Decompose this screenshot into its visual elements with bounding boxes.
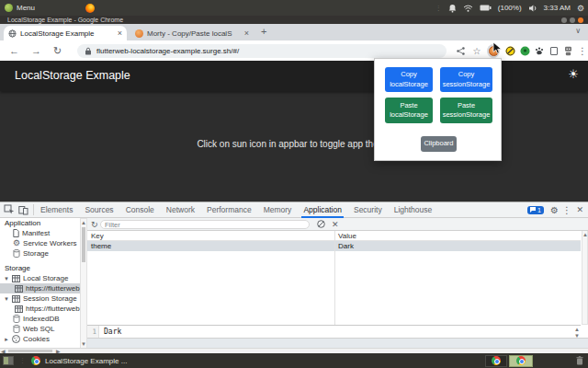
paste-sessionstorage-button[interactable]: Paste sessionStorage — [440, 98, 492, 123]
sidebar-item-session-origin[interactable]: https://flutterweb-locals — [0, 304, 80, 314]
key-column-header[interactable]: Key — [91, 231, 104, 241]
address-bar[interactable]: flutterweb-localstorage-example.surge.sh… — [77, 44, 447, 58]
panel-scrollbar[interactable]: ▲ — [582, 231, 588, 325]
reload-button[interactable]: ↻ — [53, 40, 62, 61]
menu-button[interactable]: Menu — [0, 4, 35, 12]
system-menubar: Menu ⋮ (100%) 3:33 AM ⚙ — [0, 0, 588, 16]
value-column-header[interactable]: Value — [338, 231, 356, 241]
copy-localstorage-button[interactable]: Copy localStorage — [385, 67, 433, 92]
url-text: flutterweb-localstorage-example.surge.sh… — [96, 47, 239, 55]
button-label: localStorage — [390, 80, 428, 89]
devtools-menu-icon[interactable]: ⋮ — [562, 205, 571, 215]
devtools-settings-icon[interactable]: ⚙ — [550, 205, 559, 215]
profile-avatar-icon[interactable] — [561, 40, 574, 61]
window-titlebar[interactable]: LocalStorage Example - Google Chrome — [0, 16, 588, 24]
item-label: https://flutterweb-locals — [26, 283, 80, 293]
tab-search-chevron-icon[interactable]: ∨ — [575, 27, 581, 35]
chrome-launcher-button-active[interactable] — [509, 355, 533, 367]
expand-caret-icon[interactable]: ▾ — [4, 293, 9, 304]
sidebar-item-indexeddb[interactable]: IndexedDB — [0, 314, 80, 324]
devtools-tab-network[interactable]: Network — [164, 202, 197, 218]
devtools-tab-application[interactable]: Application — [301, 202, 344, 218]
filter-input[interactable] — [100, 220, 310, 229]
close-button[interactable] — [578, 17, 583, 23]
green-extension-icon[interactable] — [518, 40, 531, 61]
scroll-down-icon[interactable]: ▼ — [81, 341, 86, 347]
sidebar-item-session-storage[interactable]: ▾ Session Storage — [0, 293, 80, 304]
item-label: https://flutterweb-locals — [26, 304, 80, 314]
workspace-pager[interactable] — [3, 356, 14, 365]
trash-icon[interactable] — [576, 356, 583, 365]
chrome-launcher-button[interactable] — [485, 355, 507, 367]
cookie-icon — [12, 335, 20, 343]
file-icon — [13, 229, 19, 237]
sidebar-section-application: Application — [0, 218, 80, 228]
table-grid-icon — [15, 285, 23, 293]
expand-caret-icon[interactable]: ▾ — [4, 273, 9, 283]
sidebar-scrollbar[interactable]: ▲ ▼ — [80, 218, 87, 349]
sidebar-item-manifest[interactable]: Manifest — [0, 228, 80, 238]
sidebar-item-local-storage[interactable]: ▾ Local Storage — [0, 273, 80, 283]
chrome-menu-icon[interactable]: ⋮ — [576, 40, 588, 61]
minimize-button[interactable] — [561, 17, 567, 23]
devtools-tab-sources[interactable]: Sources — [83, 202, 115, 218]
tab-localstorage-example[interactable]: LocalStorage Example × — [4, 26, 127, 40]
database-icon — [13, 315, 20, 323]
taskbar-window-button[interactable]: LocalStorage Example ... — [31, 356, 127, 365]
settings-gear-icon[interactable]: ⚙ — [577, 4, 584, 13]
extension-popup: Copy localStorage Copy sessionStorage Pa… — [374, 58, 502, 161]
refresh-icon[interactable]: ↻ — [91, 220, 98, 229]
inspect-element-icon[interactable] — [4, 204, 15, 215]
devtools-tab-console[interactable]: Console — [124, 202, 156, 218]
issues-badge[interactable]: 1 — [527, 206, 544, 214]
device-toolbar-icon[interactable] — [18, 205, 28, 215]
copy-sessionstorage-button[interactable]: Copy sessionStorage — [440, 67, 492, 92]
collapsed-caret-icon[interactable]: ▸ — [4, 334, 9, 344]
tab-close-icon[interactable]: × — [118, 29, 122, 38]
item-label: Local Storage — [23, 273, 68, 283]
delete-selected-icon[interactable]: ✕ — [332, 220, 339, 229]
tab-title: LocalStorage Example — [20, 29, 114, 38]
paw-extension-icon[interactable] — [533, 40, 546, 61]
reading-list-icon[interactable] — [548, 40, 560, 61]
button-label: sessionStorage — [443, 110, 491, 120]
volume-icon[interactable] — [528, 5, 537, 12]
clipboard-button[interactable]: Clipboard — [421, 136, 457, 152]
devtools: Elements Sources Console Network Perform… — [0, 201, 588, 348]
battery-percent: (100%) — [498, 4, 522, 12]
notification-bell-icon[interactable] — [448, 4, 457, 13]
sidebar-item-storage[interactable]: Storage — [0, 248, 80, 259]
clear-all-icon[interactable] — [317, 220, 325, 228]
row-value: Dark — [338, 241, 354, 251]
sidebar-item-local-origin-selected[interactable]: https://flutterweb-locals — [0, 283, 80, 293]
scroll-up-icon[interactable]: ▲ — [81, 220, 86, 225]
table-grid-icon — [15, 305, 23, 313]
maximize-button[interactable] — [570, 17, 575, 23]
sidebar-item-web-sql[interactable]: Web SQL — [0, 324, 80, 334]
devtools-tab-memory[interactable]: Memory — [262, 202, 294, 218]
tab-close-icon[interactable]: × — [244, 29, 249, 38]
devtools-tab-elements[interactable]: Elements — [39, 202, 74, 218]
scroll-up-icon[interactable]: ▲ — [582, 232, 587, 237]
preview-value: Dark — [104, 328, 121, 336]
back-button[interactable]: ← — [9, 40, 19, 61]
sidebar-item-cookies[interactable]: ▸ Cookies — [0, 334, 80, 344]
devtools-close-icon[interactable]: ✕ — [576, 205, 583, 214]
sidebar-item-service-workers[interactable]: ⚙ Service Workers — [0, 238, 80, 248]
scrollbar-thumb[interactable] — [82, 227, 85, 262]
battery-icon[interactable] — [480, 5, 492, 11]
tab-morty[interactable]: Morty - Copy/Paste localS × — [130, 26, 254, 40]
devtools-tab-performance[interactable]: Performance — [205, 202, 254, 218]
wifi-icon[interactable] — [463, 5, 473, 12]
firefox-launcher-icon[interactable] — [85, 4, 95, 13]
column-divider[interactable] — [334, 231, 335, 325]
paste-localstorage-button[interactable]: Paste localStorage — [385, 98, 433, 123]
forward-button[interactable]: → — [31, 40, 41, 61]
sidebar-section-storage: Storage — [0, 263, 80, 273]
scrollbar-thumb[interactable] — [8, 350, 52, 352]
devtools-tab-lighthouse[interactable]: Lighthouse — [392, 202, 435, 218]
sun-theme-toggle-icon[interactable]: ☀ — [568, 67, 579, 81]
devtools-tab-security[interactable]: Security — [352, 202, 384, 218]
adblock-extension-icon[interactable] — [503, 40, 516, 61]
new-tab-button[interactable]: + — [261, 26, 266, 37]
